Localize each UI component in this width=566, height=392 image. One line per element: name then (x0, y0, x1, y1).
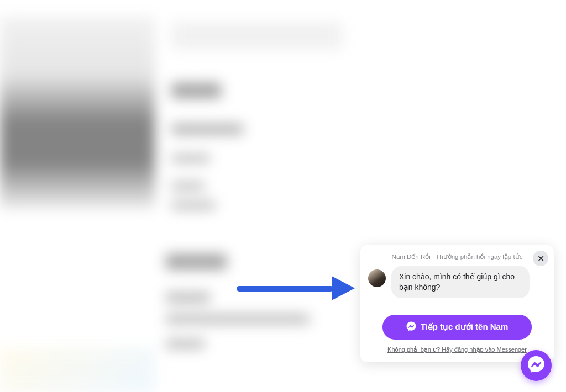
avatar (368, 269, 386, 287)
continue-as-button[interactable]: Tiếp tục dưới tên Nam (382, 315, 532, 340)
messenger-icon (527, 356, 545, 375)
not-you-login-link[interactable]: Không phải bạn ư? Hãy đăng nhập vào Mess… (368, 346, 546, 353)
chat-widget: Nam Đến Rồi · Thường phản hồi ngay lập t… (360, 245, 554, 362)
chat-message-row: Xin chào, mình có thể giúp gì cho bạn kh… (368, 266, 546, 298)
chat-header: Nam Đến Rồi · Thường phản hồi ngay lập t… (368, 253, 546, 261)
close-icon: ✕ (537, 253, 544, 264)
chat-reply-status: Thường phản hồi ngay lập tức (436, 253, 522, 260)
chat-message-bubble: Xin chào, mình có thể giúp gì cho bạn kh… (391, 266, 530, 298)
continue-button-label: Tiếp tục dưới tên Nam (421, 322, 509, 332)
close-button[interactable]: ✕ (533, 251, 548, 266)
messenger-icon (406, 321, 416, 333)
annotation-arrow (237, 277, 355, 299)
chat-header-text: Nam Đến Rồi · Thường phản hồi ngay lập t… (392, 253, 523, 261)
messenger-fab-button[interactable] (521, 350, 552, 381)
chat-sender-name: Nam Đến Rồi (392, 253, 431, 260)
